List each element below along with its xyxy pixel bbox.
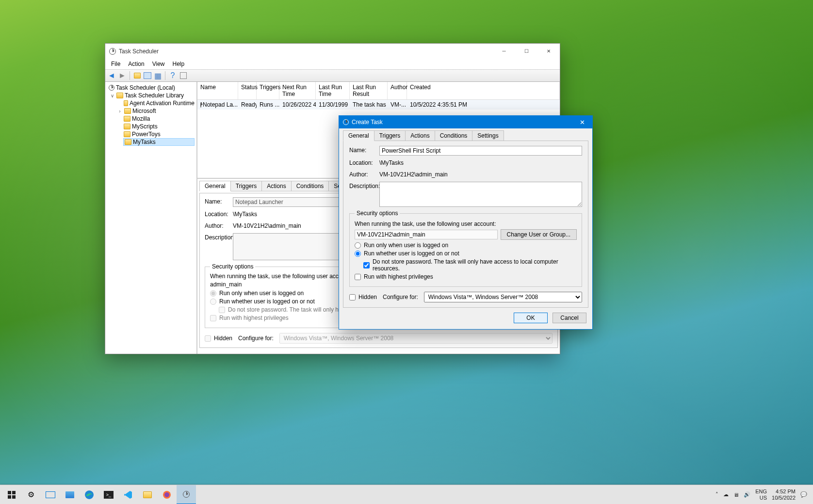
help-icon[interactable]: ? [168,71,177,80]
terminal-icon[interactable]: >_ [99,485,118,504]
tree-item-selected[interactable]: MyTasks [123,138,195,146]
col-triggers[interactable]: Triggers [257,82,279,99]
tab-general[interactable]: General [199,181,231,191]
maximize-button[interactable]: ☐ [515,44,537,59]
refresh-icon[interactable] [179,71,188,80]
tree-root[interactable]: Task Scheduler (Local) [107,84,195,92]
dialog-tab-general[interactable]: General [343,130,374,141]
dialog-tab-actions[interactable]: Actions [405,130,435,141]
task-row[interactable]: Notepad La... Ready Runs ... 10/26/2022 … [197,100,560,110]
radio-run-whether [210,299,216,305]
tray-chevron-icon[interactable]: ˄ [715,491,718,498]
title-bar[interactable]: Task Scheduler ─ ☐ ✕ [105,44,560,59]
tree-item[interactable]: ›Microsoft [107,107,195,115]
svg-rect-2 [8,495,11,499]
tree-item[interactable]: Mozilla [107,115,195,123]
user-account-value: VM-10V21H2\admin_main [355,230,498,239]
edge-icon[interactable] [80,485,99,504]
dialog-tab-settings[interactable]: Settings [472,130,504,141]
col-name[interactable]: Name [197,82,238,99]
menu-help[interactable]: Help [169,60,189,68]
name-input[interactable] [379,146,582,156]
svg-rect-3 [12,495,16,499]
tab-conditions[interactable]: Conditions [291,181,329,191]
svg-rect-0 [8,491,11,494]
close-button[interactable]: ✕ [537,44,560,59]
col-next[interactable]: Next Run Time [279,82,316,99]
svg-point-6 [164,492,169,497]
menu-view[interactable]: View [148,60,169,68]
tree-item[interactable]: PowerToys [107,130,195,138]
task-list-header[interactable]: Name Status Triggers Next Run Time Last … [197,82,560,100]
dialog-tab-conditions[interactable]: Conditions [435,130,473,141]
col-status[interactable]: Status [238,82,257,99]
firefox-icon[interactable] [157,485,177,504]
col-result[interactable]: Last Run Result [350,82,388,99]
vscode-icon[interactable] [118,485,138,504]
up-icon[interactable] [133,71,142,80]
window-title: Task Scheduler [119,48,159,55]
check-highest [210,315,216,321]
language-indicator[interactable]: ENGUS [755,488,767,501]
col-created[interactable]: Created [407,82,560,99]
configure-for-select: Windows Vista™, Windows Server™ 2008 [279,333,553,344]
check-hidden [205,335,211,342]
panel-icon[interactable] [144,72,151,79]
onedrive-icon[interactable]: ☁ [723,491,729,498]
col-last[interactable]: Last Run Time [316,82,350,99]
create-task-dialog: Create Task ✕ General Triggers Actions C… [339,115,593,330]
check-highest[interactable] [355,274,361,280]
settings-icon[interactable]: ⚙ [21,485,41,504]
minimize-button[interactable]: ─ [493,44,515,59]
dialog-icon [343,119,349,125]
author-value: VM-10V21H2\admin_main [379,170,582,179]
menu-action[interactable]: Action [124,60,148,68]
start-button[interactable] [2,485,21,504]
task-icon [200,102,201,108]
dialog-security-options: Security options When running the task, … [349,210,582,287]
svg-rect-1 [12,491,16,494]
location-value: \MyTasks [379,158,582,167]
dialog-close-button[interactable]: ✕ [572,116,592,128]
clock[interactable]: 4:52 PM10/5/2022 [772,488,796,501]
col-author[interactable]: Author [388,82,407,99]
volume-icon[interactable]: 🔊 [744,491,750,498]
radio-run-only-logged[interactable] [355,242,361,249]
radio-run-whether[interactable] [355,251,361,257]
toolbar: ◄ ► ▦ ? [105,69,560,82]
tree-library[interactable]: ∨Task Scheduler Library [107,92,195,99]
change-user-button[interactable]: Change User or Group... [501,229,577,240]
display-icon[interactable]: 🖥 [733,492,739,498]
file-explorer-icon[interactable] [138,485,157,504]
description-input[interactable] [379,182,582,207]
properties-icon[interactable]: ▦ [153,71,162,80]
configure-for-select[interactable]: Windows Vista™, Windows Server™ 2008 [424,292,582,302]
dialog-title-bar[interactable]: Create Task ✕ [339,116,592,128]
ok-button[interactable]: OK [514,313,548,323]
check-hidden[interactable] [349,294,356,300]
menu-bar: File Action View Help [105,59,560,69]
tree-item[interactable]: MyScripts [107,123,195,130]
notifications-icon[interactable]: 💬 [800,491,807,498]
taskbar: ⚙ >_ ˄ ☁ 🖥 🔊 ENGUS 4:52 PM10/5/2022 💬 [0,485,813,504]
check-no-password[interactable] [363,262,370,268]
system-tray[interactable]: ˄ ☁ 🖥 🔊 ENGUS 4:52 PM10/5/2022 💬 [712,488,811,501]
menu-file[interactable]: File [107,60,124,68]
back-icon[interactable]: ◄ [107,71,116,80]
check-no-password [219,307,225,313]
cancel-button[interactable]: Cancel [553,313,586,323]
radio-run-only-logged [210,290,216,297]
tab-triggers[interactable]: Triggers [230,181,262,191]
task-scheduler-taskbar-icon[interactable] [177,485,196,504]
app-icon [109,48,116,55]
nav-tree[interactable]: Task Scheduler (Local) ∨Task Scheduler L… [105,82,197,354]
forward-icon[interactable]: ► [118,71,127,80]
explorer-icon[interactable] [60,485,80,504]
dialog-tab-triggers[interactable]: Triggers [374,130,406,141]
tab-actions[interactable]: Actions [261,181,291,191]
tree-item[interactable]: Agent Activation Runtime [107,99,195,107]
task-view-icon[interactable] [41,485,60,504]
